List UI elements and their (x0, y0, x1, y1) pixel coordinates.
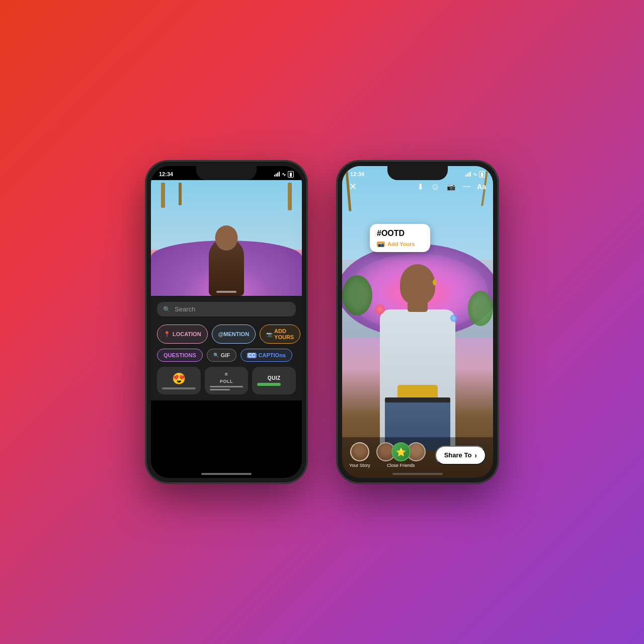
emoji-icon: 😍 (172, 372, 186, 385)
quiz-card[interactable]: QUIZ (252, 367, 296, 394)
search-icon: 🔍 (163, 306, 171, 313)
captions-label: CAPTIOns (259, 352, 286, 358)
signal-bars-icon-2 (465, 172, 471, 177)
battery-icon-2: ▮ (479, 171, 485, 178)
emoji-card[interactable]: 😍 (157, 367, 201, 394)
close-friends-badge: ⭐ (391, 442, 411, 461)
sticker-mention[interactable]: @MENTION (212, 325, 256, 344)
wifi-icon: ∿ (282, 172, 286, 177)
mention-label: @MENTION (218, 331, 249, 337)
sticker-captions[interactable]: CC CAPTIOns (240, 349, 292, 362)
status-icons-2: ∿ ▮ (465, 171, 485, 178)
poll-label: POLL (220, 379, 233, 384)
poll-lines (210, 386, 244, 390)
sticker-icon[interactable]: 📷 (447, 183, 455, 191)
add-yours-tag-icon: 📷 (377, 242, 385, 247)
smiley-icon[interactable]: ☺ (431, 182, 440, 192)
sticker-location[interactable]: 📍 LOCATION (157, 325, 208, 344)
sticker-panel: 🔍 Search 📍 LOCATION @MENTION 📷 ADD YOURS (151, 296, 302, 400)
signal-bars-icon (274, 172, 280, 177)
add-yours-tag-label: Add Yours (387, 241, 415, 247)
drag-handle-1 (216, 291, 236, 293)
story-close-button[interactable]: ✕ (349, 181, 357, 192)
home-indicator-1 (201, 473, 252, 475)
status-bar-2: 12:34 ∿ ▮ (342, 166, 493, 180)
sticker-row-1: 📍 LOCATION @MENTION 📷 ADD YOURS (157, 325, 296, 344)
poll-icon: ≡ (225, 371, 228, 377)
time-1: 12:34 (159, 171, 173, 177)
questions-label: QUESTIONS (164, 352, 196, 358)
sticker-questions[interactable]: QUESTIONS (157, 349, 203, 362)
location-label: LOCATION (173, 331, 201, 337)
chevron-right-icon: › (474, 451, 477, 459)
sticker-gif[interactable]: 🔍 GIF (207, 349, 236, 362)
sticker-cards: 😍 ≡ POLL QUIZ (157, 367, 296, 394)
sticker-add-yours[interactable]: 📷 ADD YOURS (260, 325, 300, 344)
story-bottom-bar: Your Story ⭐ Close Friends Share To › (342, 437, 493, 478)
story-photo (342, 166, 493, 478)
captions-icon: CC (247, 353, 256, 358)
wifi-icon-2: ∿ (473, 172, 477, 177)
addyours-label: ADD YOURS (274, 328, 294, 340)
your-story-label: Your Story (349, 463, 370, 468)
gif-label: GIF (221, 352, 230, 358)
quiz-bar (257, 383, 291, 386)
sticker-row-2: QUESTIONS 🔍 GIF CC CAPTIOns (157, 349, 296, 362)
location-icon: 📍 (164, 331, 171, 338)
photo-area-1 (151, 180, 302, 296)
squiggle-icon[interactable]: ~~~ (462, 183, 470, 190)
search-bar[interactable]: 🔍 Search (157, 302, 296, 316)
download-icon[interactable]: ⬇ (417, 182, 424, 192)
your-story-destination[interactable]: Your Story (349, 442, 370, 468)
phone1-screen: 12:34 ∿ ▮ (151, 166, 302, 478)
status-icons-1: ∿ ▮ (274, 171, 294, 178)
ootd-sticker[interactable]: #OOTD 📷 Add Yours (370, 224, 430, 252)
phone-sticker-picker: 12:34 ∿ ▮ (146, 161, 307, 483)
poll-card[interactable]: ≡ POLL (205, 367, 249, 394)
story-top-icons: ⬇ ☺ 📷 ~~~ Aa (417, 182, 486, 192)
close-friends-avatars: ⭐ (376, 442, 426, 461)
text-icon[interactable]: Aa (477, 183, 486, 191)
battery-icon: ▮ (288, 171, 294, 178)
your-story-avatar (350, 442, 369, 461)
share-to-button[interactable]: Share To › (435, 446, 486, 465)
search-placeholder: Search (175, 305, 195, 313)
time-2: 12:34 (350, 171, 364, 177)
phone-story-preview: 12:34 ∿ ▮ ✕ ⬇ ☺ 📷 ~~~ Aa (337, 161, 498, 483)
ootd-hashtag: #OOTD (377, 229, 423, 238)
status-bar-1: 12:34 ∿ ▮ (151, 166, 302, 180)
close-friends-label: Close Friends (387, 463, 415, 468)
gif-search-icon: 🔍 (213, 353, 219, 358)
share-to-label: Share To (444, 451, 472, 459)
addyours-icon: 📷 (266, 332, 272, 337)
phone2-screen: 12:34 ∿ ▮ ✕ ⬇ ☺ 📷 ~~~ Aa (342, 166, 493, 478)
close-friends-destination[interactable]: ⭐ Close Friends (376, 442, 426, 468)
add-yours-tag: 📷 Add Yours (377, 241, 423, 247)
quiz-label: QUIZ (268, 375, 281, 381)
story-destinations: Your Story ⭐ Close Friends (349, 442, 426, 468)
